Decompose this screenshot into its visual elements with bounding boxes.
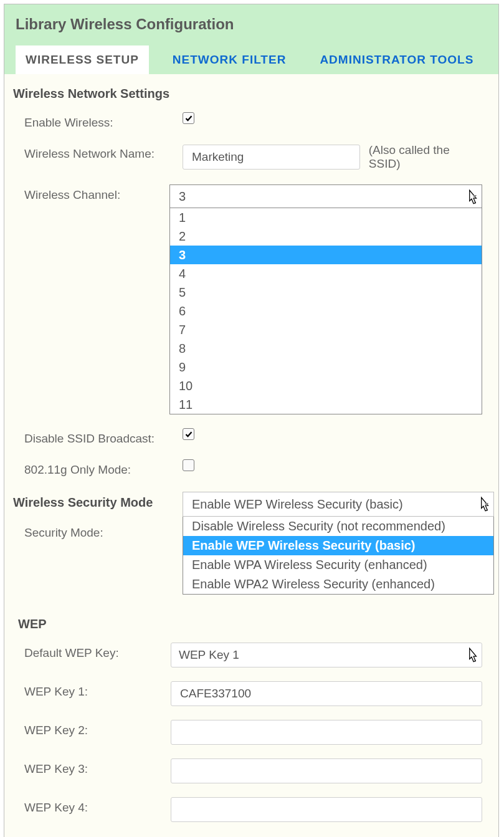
- cursor-icon: [464, 646, 480, 664]
- channel-option-2[interactable]: 2: [170, 227, 482, 246]
- default-wep-key-label: Default WEP Key:: [7, 643, 171, 660]
- channel-option-5[interactable]: 5: [170, 283, 482, 302]
- security-option-wep[interactable]: Enable WEP Wireless Security (basic): [183, 536, 493, 555]
- wep-key2-input[interactable]: [179, 725, 474, 740]
- tab-network-filter[interactable]: NETWORK FILTER: [163, 45, 297, 74]
- default-wep-key-select[interactable]: WEP Key 1: [171, 643, 482, 667]
- network-name-input[interactable]: [191, 150, 352, 165]
- disable-ssid-checkbox[interactable]: [183, 428, 194, 440]
- channel-dropdown[interactable]: 3 1 2 3 4 5 6 7 8 9: [169, 184, 482, 414]
- security-mode-label: Security Mode:: [7, 521, 183, 540]
- channel-option-10[interactable]: 10: [170, 376, 482, 395]
- ssid-hint: (Also called the SSID): [369, 143, 482, 171]
- tab-admin-tools[interactable]: ADMINISTRATOR TOOLS: [310, 45, 483, 74]
- wep-key1-label: WEP Key 1:: [7, 681, 171, 699]
- cursor-icon: [476, 495, 492, 514]
- channel-option-9[interactable]: 9: [170, 358, 482, 376]
- channel-option-3[interactable]: 3: [170, 246, 482, 264]
- security-mode-selected[interactable]: Enable WEP Wireless Security (basic): [183, 492, 494, 517]
- channel-option-8[interactable]: 8: [170, 339, 482, 358]
- wep-key4-input[interactable]: [179, 802, 474, 817]
- security-option-wpa[interactable]: Enable WPA Wireless Security (enhanced): [183, 555, 493, 575]
- gonly-label: 802.11g Only Mode:: [7, 459, 183, 477]
- channel-option-6[interactable]: 6: [170, 302, 482, 320]
- network-name-label: Wireless Network Name:: [7, 143, 183, 161]
- section-heading-security: Wireless Security Mode: [13, 495, 183, 510]
- check-icon: [185, 431, 193, 438]
- tab-wireless-setup[interactable]: WIRELESS SETUP: [16, 45, 149, 74]
- cursor-icon: [464, 188, 480, 206]
- channel-option-7[interactable]: 7: [170, 320, 482, 339]
- wep-key2-label: WEP Key 2:: [7, 720, 171, 737]
- section-heading-wep: WEP: [18, 617, 487, 631]
- enable-wireless-label: Enable Wireless:: [7, 112, 183, 130]
- wep-key3-input[interactable]: [179, 763, 474, 778]
- panel-content: Wireless Network Settings Enable Wireles…: [4, 74, 498, 837]
- channel-selected[interactable]: 3: [170, 185, 482, 208]
- wep-key3-label: WEP Key 3:: [7, 758, 171, 776]
- wep-key4-label: WEP Key 4:: [7, 797, 171, 815]
- gonly-checkbox[interactable]: [183, 459, 194, 471]
- channel-option-list: 1 2 3 4 5 6 7 8 9 10 11: [170, 208, 482, 414]
- enable-wireless-checkbox[interactable]: [183, 112, 194, 124]
- config-panel: Library Wireless Configuration WIRELESS …: [4, 4, 499, 837]
- channel-option-1[interactable]: 1: [170, 208, 482, 227]
- tab-bar: WIRELESS SETUP NETWORK FILTER ADMINISTRA…: [4, 45, 498, 74]
- disable-ssid-label: Disable SSID Broadcast:: [7, 428, 183, 446]
- section-heading-network: Wireless Network Settings: [13, 87, 487, 101]
- security-mode-selected-value: Enable WEP Wireless Security (basic): [192, 497, 403, 512]
- channel-selected-value: 3: [179, 189, 186, 204]
- channel-option-4[interactable]: 4: [170, 264, 482, 283]
- wep-key1-input[interactable]: [179, 686, 474, 701]
- security-option-wpa2[interactable]: Enable WPA2 Wireless Security (enhanced): [183, 575, 493, 594]
- security-mode-option-list: Disable Wireless Security (not recommend…: [183, 517, 494, 595]
- security-option-disable[interactable]: Disable Wireless Security (not recommend…: [183, 517, 493, 536]
- page-title: Library Wireless Configuration: [4, 4, 498, 45]
- panel-header: Library Wireless Configuration WIRELESS …: [4, 4, 498, 74]
- channel-option-11[interactable]: 11: [170, 395, 482, 414]
- default-wep-key-value: WEP Key 1: [179, 648, 239, 662]
- security-mode-dropdown[interactable]: Enable WEP Wireless Security (basic) Dis…: [183, 492, 494, 595]
- channel-label: Wireless Channel:: [7, 184, 169, 202]
- check-icon: [185, 115, 193, 122]
- network-name-field-wrap: [183, 145, 360, 170]
